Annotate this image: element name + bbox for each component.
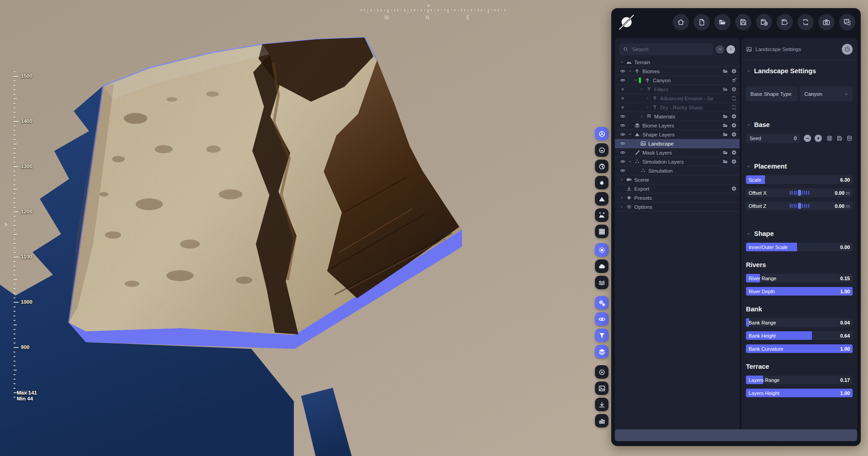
visibility-eye-icon[interactable]	[618, 113, 627, 119]
visibility-off-icon[interactable]	[618, 104, 627, 110]
help-chat-button[interactable]: ?	[839, 14, 855, 30]
dice-action[interactable]	[826, 135, 833, 141]
open-folder-action[interactable]	[722, 86, 728, 92]
visibility-eye-icon[interactable]	[618, 77, 627, 83]
chevron-down-icon[interactable]	[746, 231, 751, 236]
plus-fill-action[interactable]	[731, 132, 737, 137]
download-tool-button[interactable]	[595, 398, 609, 411]
save-plus-button[interactable]	[756, 14, 772, 30]
home-button[interactable]	[673, 14, 689, 30]
chevron-down-icon[interactable]	[618, 60, 625, 65]
db-action[interactable]	[846, 135, 853, 141]
plus-fill-action[interactable]	[731, 159, 737, 165]
plus-fill-action[interactable]	[731, 86, 737, 92]
wheel-tool-button[interactable]	[595, 127, 609, 141]
mountain-sparkle-tool-button[interactable]	[595, 208, 609, 222]
chevron-right-icon[interactable]	[618, 195, 625, 200]
wheel-mountain-tool-button[interactable]	[595, 143, 609, 157]
tree-item-options[interactable]: Options	[615, 202, 740, 212]
sun-tool-button[interactable]	[595, 243, 609, 257]
fog-tool-button[interactable]	[595, 276, 609, 289]
sync-action[interactable]	[731, 95, 737, 101]
slider-layers-range[interactable]: Layers Range0.17	[746, 376, 853, 384]
cloud-tool-button[interactable]	[595, 259, 609, 273]
slider-river-range[interactable]: River Range0.15	[746, 274, 853, 282]
plus-fill-action[interactable]	[731, 150, 737, 155]
chevron-down-icon[interactable]	[746, 164, 751, 169]
chevron-right-icon[interactable]	[644, 96, 651, 101]
visibility-eye-icon[interactable]	[618, 168, 627, 174]
seed-decrement-button[interactable]: −	[804, 135, 811, 142]
chart-tool-button[interactable]	[595, 414, 609, 428]
chevron-right-icon[interactable]	[638, 114, 645, 119]
slider-offset-x[interactable]: Offset X0.00m	[746, 188, 853, 197]
visibility-eye-icon[interactable]	[618, 150, 627, 155]
chevron-down-icon[interactable]	[627, 69, 633, 74]
chevron-down-icon[interactable]	[627, 159, 633, 164]
tree-item-scene[interactable]: Scene	[615, 175, 740, 184]
slider-scale[interactable]: Scale6.30	[746, 175, 853, 184]
layers-tool-button[interactable]	[595, 345, 609, 358]
wheel-swirl-tool-button[interactable]	[595, 160, 609, 173]
open-folder-action[interactable]	[722, 150, 728, 155]
tree-item-dry-rocky-sharp[interactable]: Dry - Rocky Sharp	[615, 103, 740, 112]
open-folder-action[interactable]	[722, 159, 728, 165]
tree-item-advanced-erosion-se[interactable]: Advanced Erosion - Se	[615, 94, 740, 103]
chevron-right-icon[interactable]	[618, 177, 625, 182]
tree-item-biome-layers[interactable]: Biome Layers	[615, 121, 740, 130]
chevron-right-icon[interactable]	[644, 105, 651, 110]
search-chevron-down-button[interactable]	[716, 45, 724, 54]
base-shape-type-dropdown[interactable]: Canyon	[800, 86, 853, 101]
save-action[interactable]	[836, 135, 843, 141]
screenshot-camera-button[interactable]	[818, 14, 835, 30]
plus-fill-action[interactable]	[731, 186, 737, 192]
visibility-off-icon[interactable]	[618, 95, 627, 101]
chevron-down-icon[interactable]	[746, 69, 751, 74]
power-button[interactable]	[842, 44, 853, 55]
tree-item-canyon[interactable]: Canyon	[615, 76, 740, 85]
visibility-eye-icon[interactable]	[618, 141, 627, 146]
compass-heading-ruler[interactable]: WNE	[361, 3, 507, 23]
chevron-right-icon[interactable]	[618, 204, 625, 209]
search-chevron-right-button[interactable]	[726, 45, 735, 54]
open-folder-action[interactable]	[722, 113, 728, 119]
slider-bank-curvature[interactable]: Bank Curvature1.00	[746, 344, 853, 353]
visibility-eye-icon[interactable]	[618, 122, 627, 128]
tree-item-simulation-layers[interactable]: Simulation Layers	[615, 157, 740, 166]
seed-input[interactable]: Seed0	[746, 134, 800, 143]
chevron-down-icon[interactable]	[746, 122, 751, 127]
plus-fill-action[interactable]	[731, 68, 737, 74]
chevron-down-icon[interactable]	[627, 132, 633, 137]
plus-fill-action[interactable]	[731, 113, 737, 119]
visibility-eye-icon[interactable]	[618, 159, 627, 165]
mountain-tool-button[interactable]	[595, 192, 609, 206]
app-logo[interactable]	[618, 13, 636, 31]
save-button[interactable]	[735, 14, 751, 30]
open-folder-action[interactable]	[722, 68, 728, 74]
tree-item-landscape[interactable]: Landscape	[615, 139, 740, 148]
eye-tool-button[interactable]	[595, 312, 609, 326]
slider-offset-z[interactable]: Offset Z0.00m	[746, 202, 853, 210]
grid-tool-button[interactable]	[595, 225, 609, 238]
tree-item-simulation[interactable]: Simulation	[615, 166, 740, 175]
tree-item-presets[interactable]: Presets	[615, 193, 740, 202]
image-tool-button[interactable]	[595, 381, 609, 395]
search-input[interactable]	[631, 46, 709, 52]
chevron-down-icon[interactable]	[632, 78, 639, 83]
tree-item-terrain[interactable]: Terrain	[615, 58, 740, 67]
sync-action[interactable]	[731, 104, 737, 110]
gears-tool-button[interactable]	[595, 296, 609, 310]
slider-river-depth[interactable]: River Depth1.00	[746, 287, 853, 296]
tree-item-biomes[interactable]: Biomes	[615, 67, 740, 76]
visibility-eye-icon[interactable]	[618, 68, 627, 74]
record-tool-button[interactable]	[595, 365, 609, 379]
tree-item-export[interactable]: Export	[615, 184, 740, 193]
flame-tool-button[interactable]	[595, 176, 609, 189]
slider-bank-range[interactable]: Bank Range0.04	[746, 318, 853, 327]
tree-item-mask-layers[interactable]: Mask Layers	[615, 148, 740, 157]
left-panel-expander[interactable]	[2, 221, 9, 228]
layers-plus-action[interactable]	[731, 77, 737, 83]
tree-item-shape-layers[interactable]: Shape Layers	[615, 130, 740, 139]
open-folder-action[interactable]	[722, 132, 728, 137]
sync-button[interactable]	[797, 14, 814, 30]
